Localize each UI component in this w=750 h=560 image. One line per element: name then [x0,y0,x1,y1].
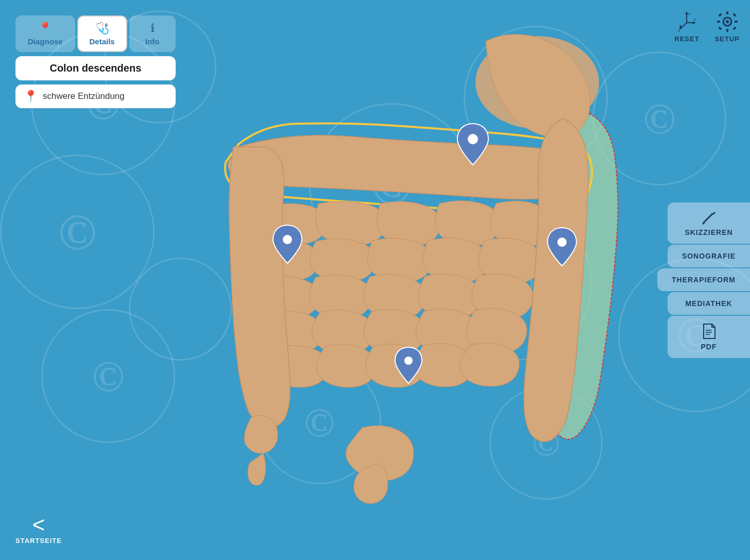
svg-text:x: x [694,17,696,22]
svg-point-4 [404,357,413,365]
svg-point-1 [468,134,478,144]
tab-diagnose-label: Diagnose [28,37,63,46]
pdf-icon [702,323,716,340]
menu-pdf[interactable]: PDF [668,316,750,358]
info-icon: ℹ [150,22,155,35]
reset-axes-icon: Y x z [675,10,698,33]
diagnosis-pin-icon: 📍 [24,90,38,103]
svg-rect-18 [717,21,720,23]
setup-button[interactable]: SETUP [715,10,740,43]
top-right-controls: Y x z RESET SETUP [674,10,740,43]
diagnosis-box: 📍 schwere Entzündung [15,84,176,108]
svg-rect-17 [726,29,728,32]
menu-sonografie-label: SONOGRAFIE [682,252,736,260]
svg-rect-19 [735,21,738,23]
pencil-icon [701,210,717,225]
menu-mediathek-label: MEDIATHEK [685,299,732,308]
reset-button[interactable]: Y x z RESET [674,10,699,43]
tab-details[interactable]: 🩺 Details [77,15,127,52]
menu-skizzieren[interactable]: SKIZZIEREN [668,202,750,244]
menu-sonografie[interactable]: SONOGRAFIE [668,245,750,267]
svg-line-24 [704,214,712,223]
menu-therapieform-label: THERAPIEFORM [672,276,736,284]
svg-point-3 [557,237,567,247]
tab-diagnose[interactable]: 📍 Diagnose [15,15,75,52]
svg-text:z: z [678,28,680,33]
gear-icon [716,10,739,33]
details-icon: 🩺 [95,22,109,35]
svg-rect-22 [718,26,722,30]
tab-info[interactable]: ℹ Info [129,15,176,52]
back-button[interactable]: < STARTSEITE [15,514,62,545]
menu-mediathek[interactable]: MEDIATHEK [668,292,750,315]
setup-label: SETUP [715,35,740,43]
top-left-panel: 📍 Diagnose 🩺 Details ℹ Info Colon descen… [15,15,176,108]
menu-skizzieren-label: SKIZZIEREN [685,228,732,236]
menu-therapieform[interactable]: THERAPIEFORM [657,268,750,291]
svg-point-15 [726,20,729,23]
organ-3d-view [180,0,657,560]
svg-point-2 [283,235,292,244]
tab-details-label: Details [90,37,115,46]
svg-rect-23 [732,26,736,30]
tab-row: 📍 Diagnose 🩺 Details ℹ Info [15,15,176,52]
right-side-menu: SKIZZIEREN SONOGRAFIE THERAPIEFORM MEDIA… [657,202,750,358]
reset-label: RESET [674,35,699,43]
back-label: STARTSEITE [15,537,62,545]
colon-label: Colon descendens [15,56,176,80]
menu-pdf-label: PDF [701,343,717,351]
svg-rect-16 [726,11,728,14]
back-arrow-icon: < [32,514,45,536]
diagnosis-text: schwere Entzündung [43,91,125,101]
tab-info-label: Info [145,37,160,46]
svg-text:Y: Y [688,12,691,16]
svg-rect-21 [732,13,736,16]
diagnose-icon: 📍 [38,22,52,35]
svg-rect-20 [718,13,722,16]
